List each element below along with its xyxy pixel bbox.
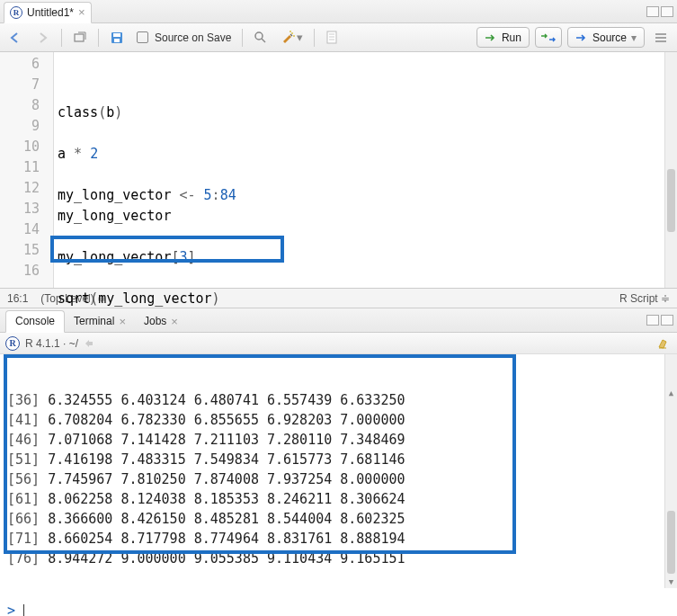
console-pane: Console Terminal× Jobs× R R 4.1.1 · ~/ [… [0, 308, 677, 588]
source-toolbar: Source on Save ▾ Run Source ▾ [0, 23, 677, 52]
compile-report-button[interactable] [322, 28, 342, 48]
console-row: [46] 7.071068 7.141428 7.211103 7.280110… [7, 430, 670, 450]
pane-window-controls [646, 6, 673, 17]
tab-console[interactable]: Console [5, 310, 65, 333]
code-editor[interactable]: 678910111213141516 class(b)a * 2my_long_… [0, 52, 677, 288]
svg-rect-3 [114, 39, 120, 42]
scroll-up-icon[interactable]: ▲ [665, 387, 677, 399]
rerun-button[interactable] [535, 27, 562, 48]
console-scrollbar[interactable]: ▲ ▼ [664, 354, 677, 588]
close-icon[interactable]: × [78, 6, 85, 18]
console-row: [71] 8.660254 8.717798 8.774964 8.831761… [7, 529, 670, 549]
console-row: [36] 6.324555 6.403124 6.480741 6.557439… [7, 390, 670, 410]
editor-scrollbar[interactable] [664, 52, 677, 288]
source-button[interactable]: Source ▾ [567, 27, 645, 48]
outline-button[interactable] [650, 28, 672, 48]
console-row: [61] 8.062258 8.124038 8.185353 8.246211… [7, 489, 670, 509]
console-row: [51] 7.416198 7.483315 7.549834 7.615773… [7, 450, 670, 469]
save-button[interactable] [106, 28, 128, 48]
back-button[interactable] [5, 28, 27, 48]
code-tools-button[interactable]: ▾ [277, 28, 307, 48]
source-pane: R Untitled1* × Source on Save [0, 0, 677, 308]
session-info: R 4.1.1 · ~/ [25, 337, 78, 350]
tab-untitled[interactable]: R Untitled1* × [4, 2, 92, 23]
console-row: [56] 7.745967 7.810250 7.874008 7.937254… [7, 469, 670, 489]
console-prompt: > [7, 603, 15, 616]
minimize-pane-button[interactable] [646, 6, 659, 17]
cursor-position: 16:1 [7, 292, 28, 305]
svg-rect-0 [75, 34, 84, 41]
cursor [23, 604, 24, 617]
show-in-new-window-button[interactable] [69, 28, 91, 48]
maximize-pane-button[interactable] [661, 6, 673, 17]
svg-point-8 [290, 31, 291, 32]
r-file-icon: R [10, 6, 22, 19]
svg-point-4 [255, 32, 263, 40]
scrollbar-thumb[interactable] [667, 169, 675, 232]
source-tabbar: R Untitled1* × [0, 0, 677, 23]
forward-button[interactable] [32, 28, 54, 48]
scrollbar-thumb[interactable] [667, 511, 675, 574]
tab-label: Untitled1* [27, 6, 74, 19]
line-gutter: 678910111213141516 [0, 52, 54, 288]
console-row: [76] 8.944272 9.000000 9.055385 9.110434… [7, 549, 670, 568]
svg-rect-2 [113, 33, 120, 37]
clear-console-button[interactable] [655, 336, 672, 351]
code-area[interactable]: class(b)a * 2my_long_vector <- 5:84my_lo… [54, 52, 677, 288]
console-toolbar: R R 4.1.1 · ~/ [0, 333, 677, 354]
source-on-save-checkbox[interactable]: Source on Save [133, 28, 235, 48]
popout-icon[interactable] [84, 338, 94, 349]
svg-point-7 [293, 35, 295, 37]
svg-point-6 [291, 32, 293, 34]
console-row: [66] 8.366600 8.426150 8.485281 8.544004… [7, 509, 670, 529]
scroll-down-icon[interactable]: ▼ [665, 576, 677, 588]
r-logo-icon: R [5, 336, 20, 351]
console-row: [41] 6.708204 6.782330 6.855655 6.928203… [7, 410, 670, 430]
find-button[interactable] [250, 28, 272, 48]
svg-line-5 [262, 39, 265, 42]
console-output[interactable]: [36] 6.324555 6.403124 6.480741 6.557439… [0, 354, 677, 588]
run-button[interactable]: Run [477, 27, 530, 48]
